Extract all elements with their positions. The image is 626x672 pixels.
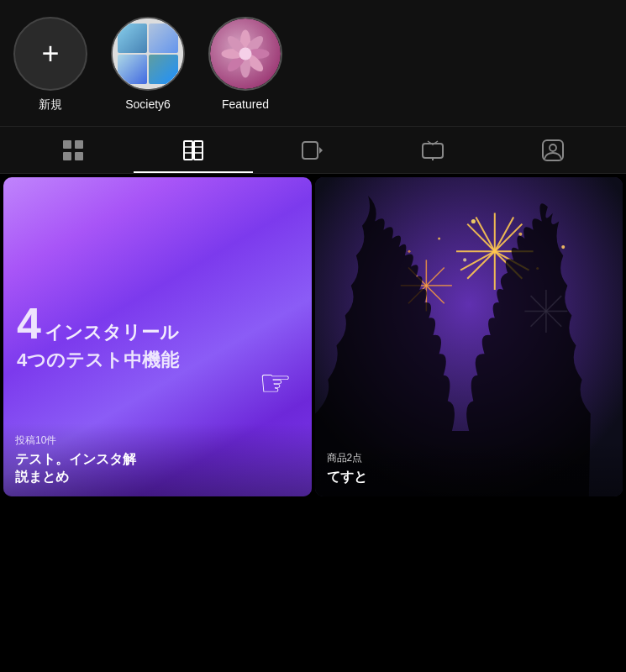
svg-point-55 <box>471 219 475 223</box>
play-icon <box>301 139 324 162</box>
society6-story-label: Society6 <box>125 97 171 111</box>
svg-rect-10 <box>75 140 83 149</box>
tab-video[interactable] <box>253 127 373 173</box>
card-right[interactable]: 商品2点 てすと <box>315 177 623 496</box>
new-story-item[interactable]: + 新規 <box>13 17 87 113</box>
card-left-meta: 投稿10件 <box>15 433 300 448</box>
svg-rect-12 <box>75 152 83 160</box>
collage-cell-1 <box>118 24 147 53</box>
tv-icon <box>421 139 445 162</box>
card-left-title: テスト。インスタ解説まとめ <box>15 451 300 486</box>
nav-tabs <box>0 127 626 174</box>
svg-rect-13 <box>184 141 192 160</box>
svg-rect-9 <box>63 140 71 149</box>
new-story-label: 新規 <box>39 97 62 113</box>
svg-rect-24 <box>543 140 563 160</box>
svg-rect-19 <box>302 142 318 159</box>
collage-cell-2 <box>149 24 178 53</box>
svg-marker-20 <box>319 147 323 154</box>
tab-grid[interactable] <box>13 127 134 173</box>
society6-story-circle[interactable] <box>111 17 185 91</box>
profile-icon <box>541 139 565 162</box>
plus-icon: + <box>41 39 59 69</box>
featured-story-item[interactable]: Featured <box>208 17 282 111</box>
featured-story-label: Featured <box>222 97 269 111</box>
book-icon <box>181 139 205 162</box>
tab-reels-book[interactable] <box>134 127 254 173</box>
svg-point-8 <box>239 48 252 60</box>
featured-inner <box>210 18 281 89</box>
svg-point-59 <box>561 245 565 249</box>
new-story-circle[interactable]: + <box>13 17 87 91</box>
cursor-hand-icon: ☞ <box>259 361 292 404</box>
card-left-overlay: 投稿10件 テスト。インスタ解説まとめ <box>3 423 312 496</box>
stories-row: + 新規 Society6 <box>0 0 626 127</box>
collage-cell-4 <box>149 55 178 84</box>
svg-rect-14 <box>194 141 203 160</box>
content-grid: 4 インスタリール 4つのテスト中機能 ☞ 投稿10件 テスト。インスタ解説まと… <box>0 174 626 500</box>
grid-icon <box>61 139 85 162</box>
svg-point-60 <box>408 250 410 253</box>
svg-point-57 <box>463 258 466 261</box>
reel-text-line1: インスタリール <box>45 322 179 344</box>
featured-story-circle[interactable] <box>208 17 282 91</box>
society6-collage <box>113 18 183 89</box>
card-left[interactable]: 4 インスタリール 4つのテスト中機能 ☞ 投稿10件 テスト。インスタ解説まと… <box>3 177 312 496</box>
reel-number: 4 <box>17 302 41 345</box>
collage-cell-3 <box>118 55 147 84</box>
flower-icon <box>220 29 271 79</box>
reel-text-line2: 4つのテスト中機能 <box>17 349 298 373</box>
svg-point-61 <box>438 237 440 239</box>
svg-rect-21 <box>423 144 443 158</box>
svg-rect-11 <box>63 152 71 160</box>
tab-profile[interactable] <box>492 127 613 173</box>
svg-point-25 <box>550 144 556 151</box>
card-right-title: てすと <box>327 469 612 486</box>
svg-point-56 <box>518 233 522 236</box>
card-right-meta: 商品2点 <box>327 451 612 465</box>
society6-story-item[interactable]: Society6 <box>111 17 185 111</box>
card-right-overlay: 商品2点 てすと <box>315 441 623 496</box>
tab-tv[interactable] <box>373 127 493 173</box>
